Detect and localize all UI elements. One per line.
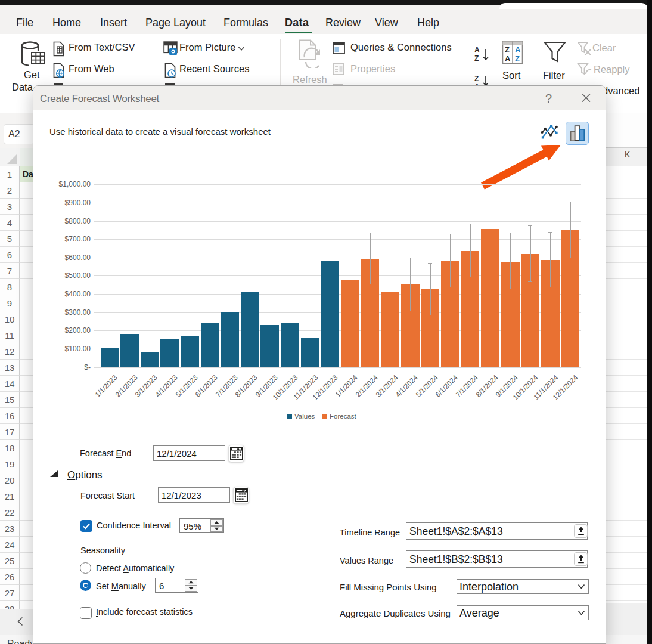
- svg-text:Z: Z: [505, 45, 510, 54]
- svg-text:Z: Z: [474, 54, 479, 63]
- svg-text:A: A: [515, 45, 521, 54]
- svg-text:A: A: [505, 54, 511, 63]
- svg-text:Z: Z: [474, 75, 479, 83]
- svg-text:A: A: [474, 46, 480, 54]
- svg-text:Z: Z: [515, 54, 520, 63]
